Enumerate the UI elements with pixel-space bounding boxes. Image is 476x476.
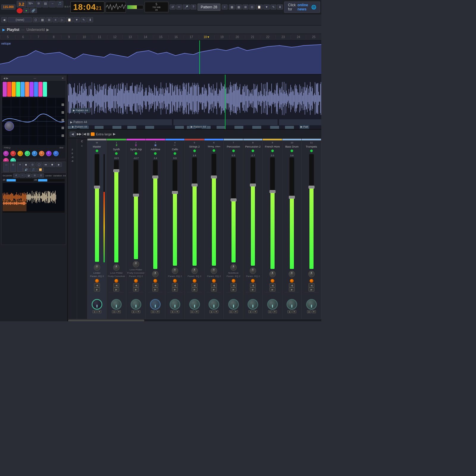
master-led[interactable]: [95, 149, 98, 152]
stringction-bulb[interactable]: [212, 279, 216, 283]
nav-btn-6[interactable]: 📋: [66, 17, 73, 22]
syntharp-btn-2[interactable]: ▼: [136, 310, 140, 313]
synth-pan-knob[interactable]: [113, 264, 120, 271]
track-btn-5[interactable]: 📋: [256, 4, 263, 10]
fh-btn-2[interactable]: ▼: [273, 310, 277, 313]
sampler-resize[interactable]: ⊡: [10, 162, 16, 172]
fh-led[interactable]: [271, 149, 274, 152]
synth-fader-handle[interactable]: [113, 169, 119, 172]
syntharp-send-knob[interactable]: [131, 299, 141, 310]
nav-btn-9[interactable]: ⬇: [87, 17, 93, 22]
perc2-fader-track[interactable]: [250, 157, 255, 266]
perc2-knob[interactable]: [250, 267, 256, 274]
tr-bulb[interactable]: [309, 279, 314, 283]
bd-led[interactable]: [290, 149, 293, 152]
bd-knob[interactable]: [289, 271, 295, 277]
timeline-ruler[interactable]: 5 6 7 8 9 10 11 12 13 14 15 16 17 18▼ 19…: [0, 34, 321, 40]
perc-send-knob[interactable]: [228, 299, 239, 310]
samp-btn-9[interactable]: 🔁: [37, 167, 44, 172]
mixer-h-scrollbar[interactable]: [68, 319, 321, 321]
mixer-prev[interactable]: ◀: [70, 131, 76, 137]
tr-send-knob[interactable]: [306, 299, 317, 310]
tr-fader-track[interactable]: [309, 154, 314, 269]
online-news-btn[interactable]: Click for online news 🌐: [284, 1, 320, 13]
fh-arrow-l[interactable]: ◀: [270, 283, 275, 287]
fh-btn-1[interactable]: ▲: [268, 310, 272, 313]
nav-btn-7[interactable]: ▼: [73, 17, 80, 22]
additive-handle[interactable]: [152, 176, 158, 178]
eq-window-nav[interactable]: ◀ ▶: [3, 77, 8, 80]
track-btn-6[interactable]: ▼: [263, 4, 270, 10]
track-btn-2[interactable]: ▦: [236, 4, 242, 10]
eq-sq-4[interactable]: [62, 127, 64, 129]
strings2-send-knob[interactable]: [189, 299, 200, 310]
samp-btn-6[interactable]: ▶: [56, 162, 62, 167]
bd-send-knob[interactable]: [286, 299, 297, 310]
additive-arrow-r[interactable]: ▶: [152, 287, 158, 292]
perc-led[interactable]: [232, 149, 235, 152]
stringction-handle[interactable]: [211, 176, 217, 178]
fh-send-knob[interactable]: [267, 299, 278, 310]
tr-knob[interactable]: [308, 271, 315, 277]
sampler-close[interactable]: ✕: [17, 162, 23, 172]
tr-btn-2[interactable]: ▼: [312, 310, 316, 313]
nav-btn-4[interactable]: ≡: [53, 17, 59, 22]
track-btn-7[interactable]: ✎: [270, 4, 276, 10]
eq-knob-3[interactable]: [18, 151, 23, 156]
cello-send-knob[interactable]: [170, 299, 180, 310]
samp-btn-4[interactable]: ⏮: [43, 162, 49, 167]
s-sub-1[interactable]: ↺: [13, 173, 19, 178]
perc-handle[interactable]: [231, 198, 237, 201]
tr-handle[interactable]: [309, 186, 314, 189]
link-btn[interactable]: 🔗: [30, 8, 37, 13]
eq-knob-4[interactable]: [25, 151, 30, 156]
cello-arrow-r[interactable]: ▶: [172, 287, 178, 292]
stringction-btn-1[interactable]: ▲: [209, 310, 214, 313]
nav-btn-5[interactable]: ▷: [59, 17, 65, 22]
synth-arrow-r[interactable]: ▶: [113, 287, 119, 292]
cello-btn-1[interactable]: ▲: [170, 310, 175, 313]
play-btn[interactable]: ●: [23, 8, 29, 13]
synth-send-knob[interactable]: [111, 299, 122, 310]
mode-btn-2[interactable]: W+: [27, 1, 35, 7]
master-fader-track[interactable]: [95, 154, 99, 262]
eq-knob-1[interactable]: [3, 151, 9, 156]
playlist-expand-icon[interactable]: ▶: [46, 28, 49, 32]
tr-led[interactable]: [310, 149, 313, 152]
nav-btn-1[interactable]: ⟨⟩: [33, 17, 39, 22]
metronome-btn[interactable]: 🎵: [56, 1, 63, 7]
s-sub-2[interactable]: →: [19, 173, 25, 178]
rec-btn[interactable]: [17, 8, 23, 13]
eq-knob-8[interactable]: [53, 151, 59, 156]
additive-send-knob[interactable]: [150, 299, 161, 310]
perc-bulb[interactable]: [231, 279, 236, 283]
eq-sq-5[interactable]: [62, 134, 64, 137]
additive-btn-1[interactable]: ▲: [151, 310, 155, 313]
strings2-btn-1[interactable]: ▲: [190, 310, 194, 313]
strings2-led[interactable]: [193, 149, 196, 152]
additive-fader-track[interactable]: [153, 160, 158, 269]
samp-btn-8[interactable]: 🎵: [30, 167, 37, 172]
eq-sq-1[interactable]: [62, 104, 64, 106]
samp-btn-2[interactable]: ⊡: [29, 162, 35, 167]
eq-sq-2[interactable]: [62, 111, 64, 114]
nav-btn-2[interactable]: ▦: [39, 17, 46, 22]
strings2-knob[interactable]: [191, 267, 198, 274]
pattern-plus-btn[interactable]: +: [222, 4, 228, 10]
track-btn-1[interactable]: ▦: [229, 4, 235, 10]
stringction-fader-track[interactable]: [212, 154, 216, 266]
nav-btn-3[interactable]: ⊞: [46, 17, 52, 22]
func-btn-1[interactable]: ↺: [170, 4, 176, 10]
stringction-send-knob[interactable]: [209, 299, 219, 310]
scrollbar-thumb[interactable]: [68, 320, 144, 321]
bd-arrow-l[interactable]: ◀: [289, 283, 295, 287]
fh-bulb[interactable]: [270, 279, 275, 283]
s-sub-3[interactable]: ◪: [26, 173, 32, 178]
cello-fader-track[interactable]: [173, 160, 177, 266]
mixer-size-arrow[interactable]: ▶: [113, 132, 115, 136]
stringction-arrow-r[interactable]: ▶: [211, 287, 217, 292]
tr-arrow-l[interactable]: ◀: [309, 283, 314, 287]
perc-btn-2[interactable]: ▼: [234, 310, 238, 313]
master-big-knob[interactable]: [92, 299, 102, 310]
samp-btn-7[interactable]: 🔊: [23, 167, 29, 172]
